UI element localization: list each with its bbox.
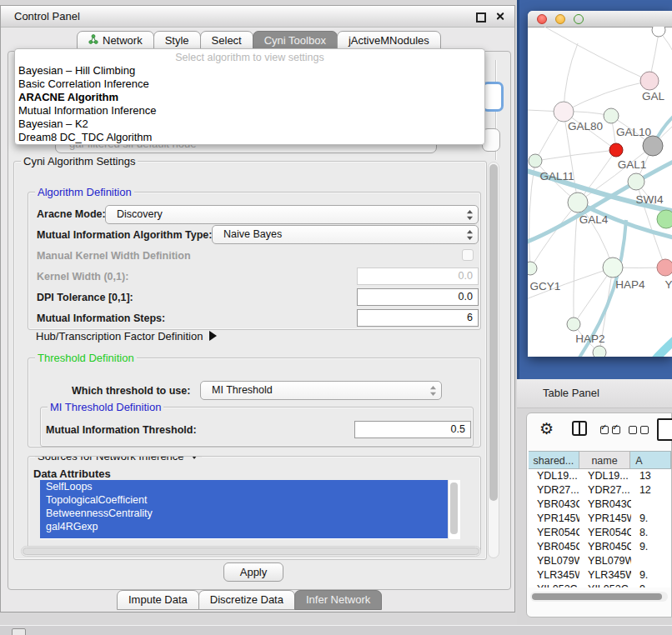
algorithm-option[interactable]: Basic Correlation Inference xyxy=(15,78,484,91)
table-row[interactable]: YBR043CYBR043C xyxy=(529,498,671,512)
network-node-hap4[interactable] xyxy=(603,258,623,278)
table-cell[interactable]: YBL079W xyxy=(529,554,579,568)
table-row[interactable]: YIL052CYIL052C9. xyxy=(529,582,671,588)
table-cell[interactable]: YDL19... xyxy=(529,469,579,483)
split-view-icon[interactable] xyxy=(572,421,587,436)
minimized-window-icon[interactable] xyxy=(12,628,26,635)
file-icon[interactable] xyxy=(657,418,672,441)
table-cell[interactable]: 9. xyxy=(631,512,671,526)
table-cell[interactable] xyxy=(631,554,671,568)
table-cell[interactable]: YBR043C xyxy=(579,498,631,512)
table-panel: Table Panel ⚙ shared... name A YDL19...Y… xyxy=(517,379,672,635)
float-window-icon[interactable] xyxy=(476,12,486,22)
table-row[interactable]: YDL19...YDL19...13 xyxy=(529,469,671,483)
select-all-icon-2[interactable] xyxy=(612,426,620,434)
close-traffic-light[interactable] xyxy=(537,14,547,24)
minimize-traffic-light[interactable] xyxy=(555,14,565,24)
column-header-name[interactable]: name xyxy=(579,451,631,469)
table-row[interactable]: YDR27...YDR27...12 xyxy=(529,483,671,498)
table-body[interactable]: YDL19...YDL19...13YDR27...YDR27...12YBR0… xyxy=(529,469,671,588)
table-cell[interactable]: 9. xyxy=(631,540,671,554)
table-cell[interactable]: YDL19... xyxy=(579,469,631,483)
manual-kernel-checkbox[interactable] xyxy=(462,249,474,261)
network-node-gal1[interactable] xyxy=(609,143,623,157)
table-row[interactable]: YPR145WYPR145W9. xyxy=(529,512,671,526)
table-cell[interactable]: YBR045C xyxy=(529,540,579,554)
table-cell[interactable]: YIL052C xyxy=(529,582,579,588)
table-cell[interactable]: YBR045C xyxy=(579,540,631,554)
network-node[interactable] xyxy=(652,27,665,37)
table-cell[interactable]: YER054C xyxy=(579,526,631,540)
aracne-mode-combo[interactable]: Discovery xyxy=(105,205,479,224)
column-header-clipped[interactable]: A xyxy=(630,451,671,469)
table-cell[interactable] xyxy=(631,498,671,512)
algorithm-option[interactable]: ARACNE Algorithm xyxy=(15,91,484,104)
table-cell[interactable]: YBL079W xyxy=(579,554,631,568)
table-cell[interactable]: YPR145W xyxy=(579,512,631,526)
table-cell[interactable]: 9. xyxy=(631,582,671,588)
table-cell[interactable]: YDR27... xyxy=(579,483,631,498)
table-cell[interactable]: YPR145W xyxy=(529,512,579,526)
mi-type-combo[interactable]: Naive Bayes xyxy=(212,225,479,244)
network-node-gcy1[interactable] xyxy=(528,262,537,275)
attribute-item[interactable]: BetweennessCentrality xyxy=(40,507,449,520)
table-cell[interactable]: YIL052C xyxy=(579,582,631,588)
settings-vertical-scrollbar[interactable] xyxy=(488,162,499,558)
sources-title[interactable]: Sources for Network Inference xyxy=(35,456,202,462)
network-node-swi4[interactable] xyxy=(628,173,644,190)
network-node[interactable] xyxy=(643,136,663,156)
table-cell[interactable]: YLR345W xyxy=(529,568,579,582)
table-cell[interactable]: YDR27... xyxy=(529,483,579,498)
attribute-item[interactable]: gal4RGexp xyxy=(40,520,449,533)
close-icon[interactable] xyxy=(495,12,504,21)
network-canvas[interactable]: GALGAL80GAL10GAL1GAL11SWI4GAL4GCY1HAP4YH… xyxy=(528,27,672,357)
attribute-item[interactable]: TopologicalCoefficient xyxy=(40,493,449,507)
deselect-all-icon-2[interactable] xyxy=(640,426,649,434)
data-attributes-list[interactable]: SelfLoops TopologicalCoefficient Between… xyxy=(40,480,460,539)
table-row[interactable]: YBL079WYBL079W xyxy=(529,554,671,568)
which-threshold-combo[interactable]: MI Threshold xyxy=(200,381,442,400)
dpi-tolerance-field[interactable]: 0.0 xyxy=(357,288,479,306)
column-header-shared-name[interactable]: shared... xyxy=(529,451,579,469)
mi-steps-field[interactable]: 6 xyxy=(357,309,479,327)
kernel-width-field[interactable]: 0.0 xyxy=(357,268,479,285)
network-node[interactable] xyxy=(593,346,606,357)
table-cell[interactable]: 13 xyxy=(631,469,671,483)
mi-threshold-field[interactable]: 0.5 xyxy=(354,421,471,438)
table-cell[interactable]: YLR345W xyxy=(579,568,631,582)
attribute-item[interactable]: SelfLoops xyxy=(40,480,449,493)
zoom-traffic-light[interactable] xyxy=(574,14,584,24)
network-node-gal[interactable] xyxy=(640,72,659,90)
table-cell[interactable]: 12 xyxy=(631,483,671,498)
network-node-gal10[interactable] xyxy=(604,108,619,123)
settings-horizontal-scrollbar[interactable] xyxy=(21,546,481,557)
bottom-tab[interactable]: Infer Network xyxy=(294,590,382,610)
gear-icon[interactable]: ⚙ xyxy=(539,420,554,438)
hub-definition-toggle[interactable]: Hub/Transcription Factor Definition xyxy=(36,330,217,342)
table-cell[interactable]: YBR043C xyxy=(529,498,579,512)
network-node-gal80[interactable] xyxy=(554,102,574,122)
table-row[interactable]: YLR345WYLR345W9. xyxy=(529,568,671,582)
table-horizontal-scrollbar[interactable] xyxy=(530,592,668,602)
network-node-gal4[interactable] xyxy=(568,192,588,212)
network-node-y[interactable] xyxy=(657,259,672,276)
algorithm-option[interactable]: Dream8 DC_TDC Algorithm xyxy=(15,131,484,144)
table-row[interactable]: YBR045CYBR045C9. xyxy=(529,540,671,554)
deselect-all-icon[interactable] xyxy=(629,426,637,434)
apply-button[interactable]: Apply xyxy=(223,562,283,582)
attribute-list-scrollbar[interactable] xyxy=(448,480,460,539)
table-cell[interactable]: 8. xyxy=(631,526,671,540)
algorithm-dropdown-prompt: Select algorithm to view settings xyxy=(15,51,484,64)
table-row[interactable]: YER054CYER054C8. xyxy=(529,526,671,540)
table-cell[interactable]: 9. xyxy=(631,568,671,582)
network-node[interactable] xyxy=(657,210,672,228)
algorithm-option[interactable]: Bayesian – Hill Climbing xyxy=(15,64,484,78)
network-node-hap2[interactable] xyxy=(567,318,580,331)
algorithm-option[interactable]: Mutual Information Inference xyxy=(15,104,484,118)
bottom-tab[interactable]: Impute Data xyxy=(117,590,199,610)
algorithm-option[interactable]: Bayesian – K2 xyxy=(15,118,484,131)
table-cell[interactable]: YER054C xyxy=(529,526,579,540)
network-node-gal11[interactable] xyxy=(529,154,542,168)
bottom-tab[interactable]: Discretize Data xyxy=(198,590,295,610)
select-all-icon[interactable] xyxy=(600,426,609,434)
